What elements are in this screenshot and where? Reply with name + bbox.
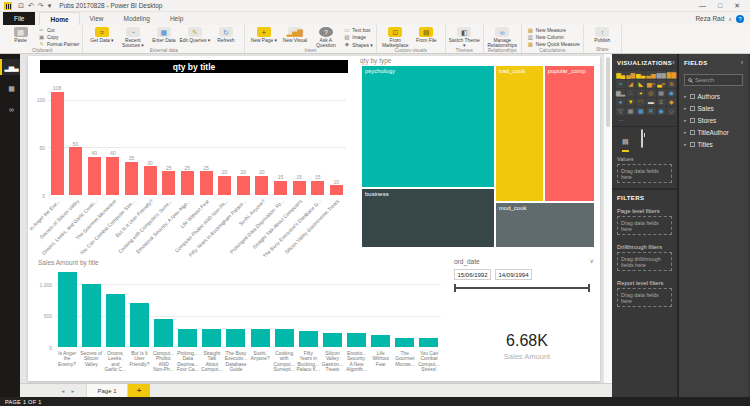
bar[interactable] (237, 176, 250, 195)
bar[interactable] (251, 329, 270, 347)
nav-data-view[interactable]: ▦ (0, 80, 20, 96)
pie-chart-icon[interactable]: ◕ (636, 89, 645, 97)
slicer-chevron-down-icon[interactable]: ∨ (590, 257, 594, 264)
values-dropzone[interactable]: Drag data fields here (617, 164, 672, 183)
new-measure-button[interactable]: ▦New Measure (527, 28, 580, 34)
map-icon[interactable]: ◉ (667, 89, 676, 97)
bar[interactable] (69, 147, 82, 195)
bar[interactable] (255, 176, 268, 195)
bar[interactable] (347, 333, 366, 347)
search-input[interactable] (695, 77, 739, 83)
signed-in-user[interactable]: Reza Rad (695, 15, 724, 22)
line-chart-icon[interactable]: ≈ (616, 80, 625, 88)
stacked-area-chart-icon[interactable]: ◣ (636, 80, 645, 88)
bar[interactable] (275, 329, 294, 347)
slicer-icon[interactable]: ▽ (616, 107, 625, 115)
slicer-start-date-input[interactable]: 15/06/1992 (454, 269, 491, 280)
from-file-button[interactable]: ▤From File (411, 25, 442, 43)
ord-date-slicer[interactable]: ord_date ∨ 15/06/1992 14/09/1994 (450, 256, 596, 300)
refresh-button[interactable]: ↻Refresh (210, 25, 241, 43)
bar[interactable] (106, 294, 125, 347)
stacked-column-chart-icon[interactable]: ▄▆ (626, 71, 635, 79)
from-marketplace-button[interactable]: ⊡From Marketplace (380, 25, 411, 48)
bar[interactable] (58, 272, 77, 347)
arcgis-map-icon[interactable]: ◉ (657, 107, 666, 115)
canvas-scrollbar-thumb[interactable] (606, 57, 610, 127)
checkbox[interactable] (690, 106, 695, 111)
matrix-icon[interactable]: ▦ (636, 107, 645, 115)
qty-by-type-treemap[interactable]: psychologybusinesstrad_cookpopular_compm… (362, 66, 594, 247)
checkbox[interactable] (690, 94, 695, 99)
new-visual-button[interactable]: ▂▅▇New Visual (279, 25, 310, 43)
tab-format[interactable] (641, 130, 643, 152)
ask-a-question-button[interactable]: ?Ask A Question (310, 25, 341, 48)
100-stacked-bar-chart-icon[interactable]: ▆▆ (657, 71, 666, 79)
image-button[interactable]: ▨Image (343, 35, 372, 41)
bar[interactable] (419, 338, 438, 347)
bar[interactable] (323, 333, 342, 347)
enter-data-button[interactable]: ▦Enter Data (148, 25, 179, 43)
cut-button[interactable]: ✂Cut (38, 28, 79, 34)
close-button[interactable]: ✕ (734, 2, 740, 9)
bar[interactable] (218, 176, 231, 195)
ribbon-chart-icon[interactable]: ≋ (667, 80, 676, 88)
checkbox[interactable] (690, 142, 695, 147)
bar[interactable] (293, 181, 306, 195)
more-visuals-icon[interactable]: … (612, 115, 677, 124)
tab-home[interactable]: Home (39, 12, 79, 25)
100-stacked-column-chart-icon[interactable]: ▇▇ (667, 71, 676, 79)
multi-row-card-icon[interactable]: ≡ (657, 98, 666, 106)
field-table-sales[interactable]: ▸Sales (679, 102, 748, 114)
bar[interactable] (202, 329, 221, 347)
bar[interactable] (51, 92, 64, 195)
bar[interactable] (299, 331, 318, 347)
bar[interactable] (125, 162, 138, 195)
text-box-button[interactable]: ▭Text box (343, 28, 372, 34)
tab-fields[interactable]: ▤ (622, 130, 629, 152)
sales-amount-card[interactable]: 6.68K Sales Amount (456, 332, 598, 361)
nav-report-view[interactable]: ▂▅▃ (0, 59, 20, 75)
help-icon[interactable]: ? (736, 15, 744, 23)
copy-button[interactable]: ▣Copy (38, 35, 79, 41)
bar[interactable] (130, 303, 149, 347)
account-chevron-icon[interactable]: ∧ (728, 16, 732, 22)
expander-icon[interactable]: ▸ (684, 130, 687, 135)
waterfall-chart-icon[interactable]: ▆▂ (616, 89, 625, 97)
slicer-left-handle[interactable] (454, 284, 456, 292)
undo-icon[interactable]: ↶ (28, 2, 34, 9)
custom-visual-icon[interactable]: ◇ (667, 107, 676, 115)
treemap-tile-mod-cook[interactable]: mod_cook (496, 203, 594, 247)
edit-queries-button[interactable]: ✎Edit Queries ▾ (179, 25, 210, 43)
bar[interactable] (311, 181, 324, 195)
stacked-bar-chart-icon[interactable]: ▆▄ (616, 71, 625, 79)
page-tab[interactable]: Page 1 (86, 384, 128, 397)
expander-icon[interactable]: ▸ (684, 118, 687, 123)
page-forward-arrow[interactable]: ▸ (68, 384, 78, 397)
treemap-tile-psychology[interactable]: psychology (362, 66, 494, 187)
checkbox[interactable] (690, 118, 695, 123)
donut-chart-icon[interactable]: ◎ (646, 89, 655, 97)
get-data-button[interactable]: ≡Get Data ▾ (86, 25, 117, 43)
tab-view[interactable]: View (80, 12, 114, 25)
slicer-range-track[interactable] (454, 287, 590, 289)
expander-icon[interactable]: ▸ (684, 106, 687, 111)
line-clustered-column-chart-icon[interactable]: ▃≈ (657, 80, 666, 88)
fields-collapse-icon[interactable]: › (741, 59, 743, 66)
filter-dropzone[interactable]: Drag data fields here (617, 288, 672, 307)
qat-customize-caret-icon[interactable]: ▾ (48, 2, 52, 9)
scatter-chart-icon[interactable]: ∴ (626, 89, 635, 97)
treemap-tile-popular-comp[interactable]: popular_comp (545, 66, 594, 201)
manage-relationships-button[interactable]: ∞Manage Relationships (487, 25, 518, 48)
qty-by-title-chart[interactable]: qty by title 050100108Is Anger the Ene..… (36, 58, 352, 256)
field-table-titles[interactable]: ▸Titles (679, 138, 748, 150)
bar[interactable] (395, 338, 414, 347)
visualizations-collapse-icon[interactable]: › (672, 59, 674, 66)
clustered-bar-chart-icon[interactable]: ▅▃ (636, 71, 645, 79)
tab-help[interactable]: Help (160, 12, 193, 25)
bar[interactable] (330, 185, 343, 195)
filter-dropzone[interactable]: Drag data fields here (617, 216, 672, 235)
line-stacked-column-chart-icon[interactable]: ▅≈ (646, 80, 655, 88)
new-page-button[interactable]: +New Page ▾ (248, 25, 279, 43)
nav-model-view[interactable]: ∞ (0, 101, 20, 117)
bar[interactable] (106, 157, 119, 195)
